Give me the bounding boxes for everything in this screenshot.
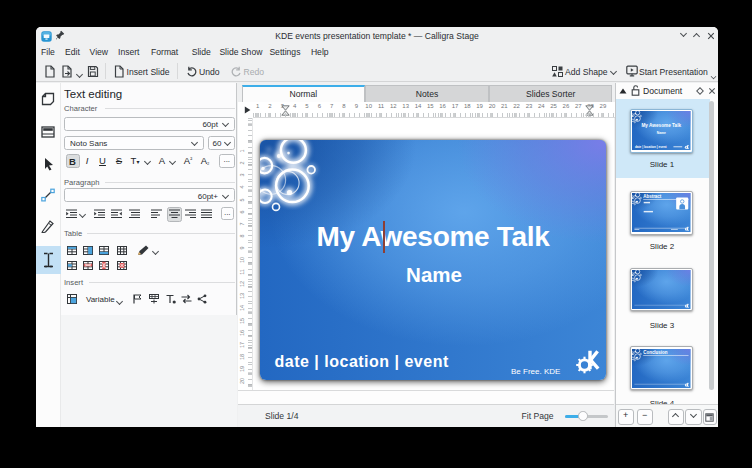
svg-text:Name: Name <box>657 131 666 135</box>
svg-text:My Awesome Talk: My Awesome Talk <box>642 124 682 129</box>
svg-text:Abstract: Abstract <box>643 194 662 199</box>
svg-text:date | location | event: date | location | event <box>635 145 667 149</box>
svg-text:Conclusion: Conclusion <box>643 350 668 355</box>
